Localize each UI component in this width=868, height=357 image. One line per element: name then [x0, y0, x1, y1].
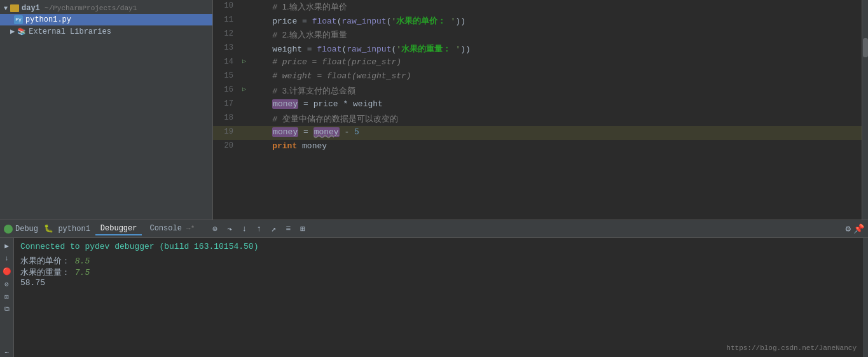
line-number: 17: [213, 98, 238, 112]
python-filename: python1.py: [25, 15, 71, 24]
tab-console[interactable]: Console →*: [144, 223, 200, 235]
debug-btn-step-out[interactable]: ↑: [252, 223, 265, 235]
line-content[interactable]: # price = float(price_str): [250, 56, 862, 70]
code-line-18: 18 # 变量中储存的数据是可以改变的: [213, 112, 862, 126]
line-content[interactable]: # 2.输入水果的重量: [250, 28, 862, 42]
debug-title: Debug 🐛 python1: [4, 224, 90, 234]
sidebar-external-libraries[interactable]: ▶ 📚 External Libraries: [0, 25, 212, 38]
code-line-20: 20 print money: [213, 140, 862, 154]
sidebar-project[interactable]: ▼ day1 ~/PycharmProjects/day1: [0, 3, 212, 14]
debug-header: Debug 🐛 python1 Debugger Console →* ⊙ ↷ …: [0, 220, 868, 238]
code-line-17: 17 money = price * weight: [213, 98, 862, 112]
line-number: 14: [213, 56, 238, 70]
scrollbar-thumb[interactable]: [863, 38, 868, 57]
python-file-icon: Py: [14, 15, 23, 24]
debug-copy-btn[interactable]: ⧉: [2, 304, 12, 314]
debug-settings: ⚙ 📌: [846, 223, 864, 234]
line-gutter: ▷: [238, 56, 250, 70]
line-content[interactable]: # 1.输入水果的单价: [250, 0, 862, 14]
line-content[interactable]: money = money - 5: [250, 126, 862, 140]
line-gutter: [238, 14, 250, 28]
line-number: 13: [213, 42, 238, 56]
line-gutter: [238, 112, 250, 126]
line-gutter: [238, 126, 250, 140]
collapse-icon: ▼: [4, 5, 8, 12]
debug-btn-eval[interactable]: ≡: [282, 223, 294, 235]
debug-tabs: Debugger Console →*: [95, 223, 200, 235]
code-line-11: 11 price = float(raw_input('水果的单价： ')): [213, 14, 862, 28]
line-gutter: ▷: [238, 84, 250, 98]
line-content[interactable]: weight = float(raw_input('水果的重量： ')): [250, 42, 862, 56]
debug-body: ▶ ↓ 🔴 ⊘ ⊡ ⧉ ⋯ Connected to pydev debugge…: [0, 238, 868, 357]
console-line-weight: 水果的重量： 7.5: [20, 267, 857, 278]
line-gutter: [238, 70, 250, 84]
line-content[interactable]: money = price * weight: [250, 98, 862, 112]
line-number: 16: [213, 84, 238, 98]
result-value: 58.75: [20, 278, 45, 288]
line-content[interactable]: # weight = float(weight_str): [250, 70, 862, 84]
debug-btn-frames[interactable]: ⊞: [296, 223, 309, 235]
line-content[interactable]: price = float(raw_input('水果的单价： ')): [250, 14, 862, 28]
debug-settings-btn[interactable]: ⊡: [2, 291, 12, 302]
debug-label: Debug 🐛 python1: [15, 224, 90, 234]
tab-debugger[interactable]: Debugger: [95, 223, 142, 235]
line-gutter: [238, 98, 250, 112]
debug-mute-btn[interactable]: ⊘: [2, 279, 12, 289]
code-line-14: 14 ▷ # price = float(price_str): [213, 56, 862, 70]
code-line-16: 16 ▷ # 3.计算支付的总金额: [213, 84, 862, 98]
line-gutter: [238, 42, 250, 56]
code-line-13: 13 weight = float(raw_input('水果的重量： ')): [213, 42, 862, 56]
line-content[interactable]: print money: [250, 140, 862, 154]
line-content[interactable]: # 变量中储存的数据是可以改变的: [250, 112, 862, 126]
settings-gear-icon[interactable]: ⚙: [846, 223, 851, 234]
console-line-result: 58.75: [20, 278, 857, 288]
editor-scrollbar[interactable]: [862, 0, 868, 220]
line-number: 12: [213, 28, 238, 42]
line-number: 15: [213, 70, 238, 84]
debug-python-icon: 🐛: [44, 225, 53, 234]
debug-breakpoint-btn[interactable]: 🔴: [2, 266, 12, 276]
console-line-price: 水果的单价： 8.5: [20, 255, 857, 267]
extlib-label: External Libraries: [29, 27, 111, 36]
code-line-19: 19 money = money - 5: [213, 126, 862, 140]
debug-btn-step-into[interactable]: ↓: [238, 223, 251, 235]
line-gutter: [238, 0, 250, 14]
debug-btn-run-cursor[interactable]: ↗: [267, 223, 280, 235]
line-number: 11: [213, 14, 238, 28]
debug-btn-1[interactable]: ⊙: [209, 223, 221, 235]
sidebar-file-item[interactable]: Py python1.py: [0, 14, 212, 25]
line-number: 10: [213, 0, 238, 14]
debug-expand-btn[interactable]: ⋯: [2, 347, 12, 357]
sidebar: ▼ day1 ~/PycharmProjects/day1 Py python1…: [0, 0, 213, 220]
line-number: 19: [213, 126, 238, 140]
weight-value: 7.5: [75, 268, 90, 277]
line-content[interactable]: # 3.计算支付的总金额: [250, 84, 862, 98]
extlib-collapse-icon: ▶: [10, 27, 15, 36]
folder-icon: [10, 4, 19, 12]
line-gutter: [238, 28, 250, 42]
extlib-icon: 📚: [17, 27, 26, 36]
line-number: 20: [213, 140, 238, 154]
project-label: day1 ~/PycharmProjects/day1: [22, 4, 137, 13]
code-line-15: 15 # weight = float(weight_str): [213, 70, 862, 84]
price-label: 水果的单价：: [20, 256, 70, 265]
console-scrollbar[interactable]: [863, 238, 868, 357]
console-line-connected: Connected to pydev debugger (build 163.1…: [20, 242, 857, 251]
blog-url: https://blog.csdn.net/JaneNancy: [726, 344, 857, 352]
code-line-10: 10 # 1.输入水果的单价: [213, 0, 862, 14]
debug-resume-btn[interactable]: ▶: [2, 241, 12, 251]
line-number: 18: [213, 112, 238, 126]
debug-btn-step-over[interactable]: ↷: [223, 223, 236, 235]
line-gutter: [238, 140, 250, 154]
code-editor: 10 # 1.输入水果的单价 11 price = float(raw_inpu…: [213, 0, 868, 220]
weight-label: 水果的重量：: [20, 267, 70, 277]
price-value: 8.5: [75, 256, 90, 266]
debug-panel: Debug 🐛 python1 Debugger Console →* ⊙ ↷ …: [0, 220, 868, 357]
debug-left-buttons: ▶ ↓ 🔴 ⊘ ⊡ ⧉ ⋯: [0, 238, 14, 357]
debug-stop-btn[interactable]: ↓: [2, 253, 12, 263]
debug-run-icon: [4, 225, 13, 234]
code-line-12: 12 # 2.输入水果的重量: [213, 28, 862, 42]
debug-toolbar: ⊙ ↷ ↓ ↑ ↗ ≡ ⊞: [209, 223, 309, 235]
settings-pin-icon[interactable]: 📌: [853, 223, 864, 234]
console-output: Connected to pydev debugger (build 163.1…: [14, 238, 863, 357]
